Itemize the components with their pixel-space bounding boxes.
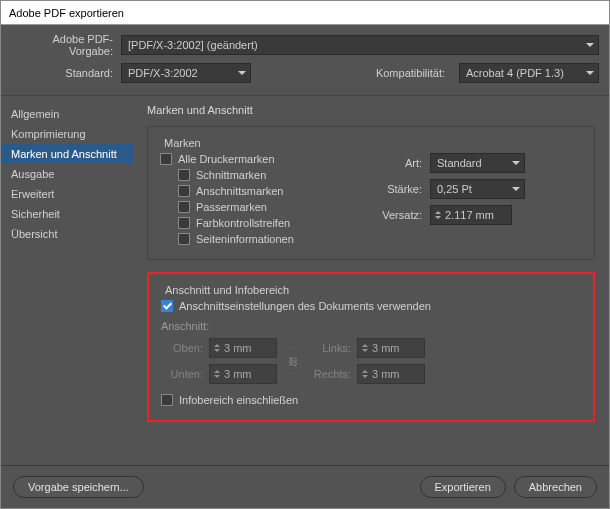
mark-weight-label: Stärke: (372, 183, 430, 195)
top-options: Adobe PDF-Vorgabe: [PDF/X-3:2002] (geänd… (1, 25, 609, 96)
all-marks-checkbox[interactable]: Alle Druckermarken (160, 153, 352, 165)
sidebar-item-compression[interactable]: Komprimierung (1, 124, 133, 144)
link-icon[interactable]: ⛓ (285, 348, 301, 374)
bleed-right-label: Rechts: (309, 368, 357, 380)
page-info-checkbox[interactable]: Seiteninformationen (178, 233, 352, 245)
save-preset-button[interactable]: Vorgabe speichern... (13, 476, 144, 498)
bleed-right-input[interactable]: 3 mm (357, 364, 425, 384)
standard-label: Standard: (11, 67, 121, 79)
sidebar: Allgemein Komprimierung Marken und Ansch… (1, 96, 133, 465)
bleed-left-input[interactable]: 3 mm (357, 338, 425, 358)
page-heading: Marken und Anschnitt (147, 104, 595, 116)
mark-type-label: Art: (372, 157, 430, 169)
sidebar-item-marks-bleed[interactable]: Marken und Anschnitt (1, 144, 133, 164)
titlebar: Adobe PDF exportieren (1, 1, 609, 25)
bleed-group-title: Anschnitt und Infobereich (161, 284, 581, 296)
bleed-group: Anschnitt und Infobereich Anschnittseins… (147, 272, 595, 422)
sidebar-item-security[interactable]: Sicherheit (1, 204, 133, 224)
mark-weight-select[interactable]: 0,25 Pt (430, 179, 525, 199)
main-panel: Marken und Anschnitt Marken Alle Drucker… (133, 96, 609, 465)
bleed-subheading: Anschnitt: (161, 320, 581, 332)
export-button[interactable]: Exportieren (420, 476, 506, 498)
registration-marks-checkbox[interactable]: Passermarken (178, 201, 352, 213)
bleed-marks-checkbox[interactable]: Anschnittsmarken (178, 185, 352, 197)
preset-select[interactable]: [PDF/X-3:2002] (geändert) (121, 35, 599, 55)
bleed-top-label: Oben: (161, 342, 209, 354)
use-doc-bleed-checkbox[interactable]: Anschnittseinstellungen des Dokuments ve… (161, 300, 581, 312)
footer: Vorgabe speichern... Exportieren Abbrech… (1, 465, 609, 508)
sidebar-item-general[interactable]: Allgemein (1, 104, 133, 124)
chevron-down-icon (586, 43, 594, 47)
marks-group-title: Marken (160, 137, 582, 149)
include-slug-checkbox[interactable]: Infobereich einschließen (161, 394, 581, 406)
bleed-left-label: Links: (309, 342, 357, 354)
standard-select[interactable]: PDF/X-3:2002 (121, 63, 251, 83)
mark-offset-label: Versatz: (372, 209, 430, 221)
bleed-bottom-input[interactable]: 3 mm (209, 364, 277, 384)
crop-marks-checkbox[interactable]: Schnittmarken (178, 169, 352, 181)
bleed-bottom-label: Unten: (161, 368, 209, 380)
chevron-down-icon (238, 71, 246, 75)
bleed-top-input[interactable]: 3 mm (209, 338, 277, 358)
compat-select[interactable]: Acrobat 4 (PDF 1.3) (459, 63, 599, 83)
chevron-down-icon (586, 71, 594, 75)
window-title: Adobe PDF exportieren (9, 7, 124, 19)
sidebar-item-output[interactable]: Ausgabe (1, 164, 133, 184)
cancel-button[interactable]: Abbrechen (514, 476, 597, 498)
mark-offset-input[interactable]: 2.117 mm (430, 205, 512, 225)
export-pdf-dialog: Adobe PDF exportieren Adobe PDF-Vorgabe:… (0, 0, 610, 509)
chevron-down-icon (512, 161, 520, 165)
sidebar-item-advanced[interactable]: Erweitert (1, 184, 133, 204)
mark-type-select[interactable]: Standard (430, 153, 525, 173)
sidebar-item-summary[interactable]: Übersicht (1, 224, 133, 244)
color-bars-checkbox[interactable]: Farbkontrollstreifen (178, 217, 352, 229)
preset-label: Adobe PDF-Vorgabe: (11, 33, 121, 57)
marks-group: Marken Alle Druckermarken Schnittmarken … (147, 126, 595, 260)
chevron-down-icon (512, 187, 520, 191)
compat-label: Kompatibilität: (376, 67, 453, 79)
